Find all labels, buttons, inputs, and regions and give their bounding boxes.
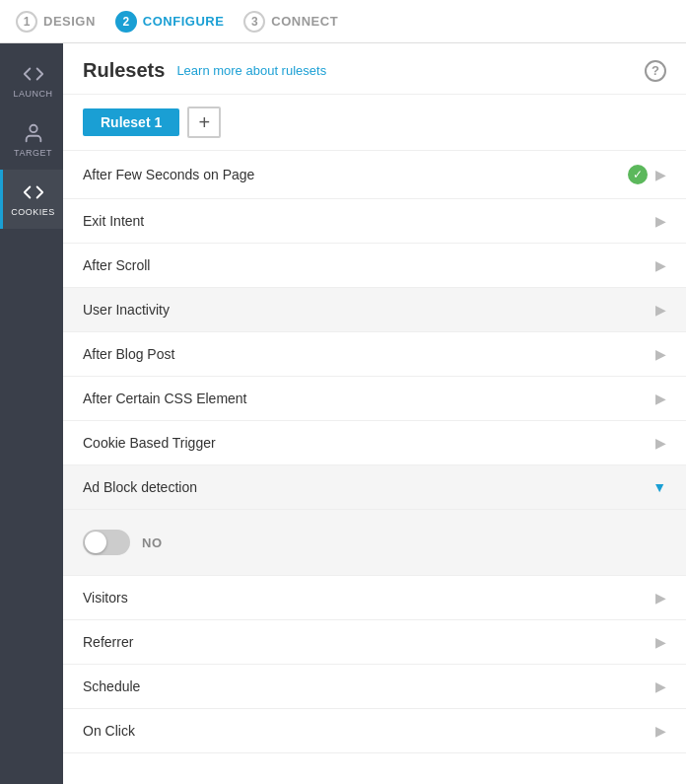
rule-row-ad-block[interactable]: Ad Block detection ▼ <box>63 465 686 510</box>
toggle-label: NO <box>142 535 163 550</box>
step-num-configure: 2 <box>115 11 137 33</box>
step-label-configure: CONFIGURE <box>143 14 225 29</box>
rule-row-cookie-based[interactable]: Cookie Based Trigger ▶ <box>63 421 686 465</box>
page-title: Rulesets <box>83 59 165 82</box>
help-icon[interactable]: ? <box>645 60 666 82</box>
chevron-right-on-click: ▶ <box>655 723 666 739</box>
chevron-right-visitors: ▶ <box>655 590 666 606</box>
rule-label-referrer: Referrer <box>83 634 133 650</box>
chevron-right-after-blog-post: ▶ <box>655 346 666 362</box>
rule-label-exit-intent: Exit Intent <box>83 213 144 229</box>
rule-right-after-blog-post: ▶ <box>655 346 666 362</box>
rule-right-after-few-seconds: ✓ ▶ <box>628 165 666 184</box>
rule-right-on-click: ▶ <box>655 723 666 739</box>
rule-row-after-scroll[interactable]: After Scroll ▶ <box>63 244 686 288</box>
rule-right-user-inactivity: ▶ <box>655 302 666 318</box>
rule-right-after-scroll: ▶ <box>655 257 666 273</box>
top-nav: 1 DESIGN 2 CONFIGURE 3 CONNECT <box>0 0 686 43</box>
svg-point-0 <box>30 125 36 132</box>
step-num-design: 1 <box>16 11 37 33</box>
learn-more-link[interactable]: Learn more about rulesets <box>176 63 326 78</box>
rule-label-after-css-element: After Certain CSS Element <box>83 391 247 406</box>
rule-row-user-inactivity[interactable]: User Inactivity ▶ <box>63 288 686 332</box>
step-num-connect: 3 <box>243 11 265 33</box>
nav-step-configure[interactable]: 2 CONFIGURE <box>115 11 225 33</box>
rule-row-after-few-seconds[interactable]: After Few Seconds on Page ✓ ▶ <box>63 151 686 199</box>
chevron-right-schedule: ▶ <box>655 678 666 694</box>
main-layout: LAUNCH TARGET COOKIES Rulesets Learn mor… <box>0 43 686 784</box>
rule-row-visitors[interactable]: Visitors ▶ <box>63 576 686 620</box>
rule-right-referrer: ▶ <box>655 634 666 650</box>
step-label-design: DESIGN <box>43 14 96 29</box>
rule-row-after-blog-post[interactable]: After Blog Post ▶ <box>63 332 686 377</box>
chevron-right-referrer: ▶ <box>655 634 666 650</box>
rule-label-after-scroll: After Scroll <box>83 257 150 273</box>
rule-label-after-blog-post: After Blog Post <box>83 346 174 362</box>
user-icon-target <box>23 122 44 144</box>
rule-row-schedule[interactable]: Schedule ▶ <box>63 665 686 709</box>
rule-label-schedule: Schedule <box>83 678 140 694</box>
rule-row-referrer[interactable]: Referrer ▶ <box>63 620 686 665</box>
sidebar-label-launch: LAUNCH <box>13 89 52 99</box>
chevron-right-after-few-seconds: ▶ <box>655 167 666 182</box>
sidebar-item-cookies[interactable]: COOKIES <box>0 170 63 229</box>
ruleset-1-button[interactable]: Ruleset 1 <box>83 108 179 136</box>
chevron-down-ad-block: ▼ <box>652 479 666 495</box>
sidebar-item-target[interactable]: TARGET <box>0 110 63 170</box>
sidebar-label-target: TARGET <box>14 148 52 158</box>
content-header: Rulesets Learn more about rulesets ? <box>63 43 686 95</box>
content-area: Rulesets Learn more about rulesets ? Rul… <box>63 43 686 784</box>
rule-right-schedule: ▶ <box>655 678 666 694</box>
rule-label-after-few-seconds: After Few Seconds on Page <box>83 167 254 182</box>
chevron-right-after-scroll: ▶ <box>655 257 666 273</box>
rule-row-after-css-element[interactable]: After Certain CSS Element ▶ <box>63 377 686 421</box>
content-header-left: Rulesets Learn more about rulesets <box>83 59 326 82</box>
step-label-connect: CONNECT <box>271 14 338 29</box>
toggle-area: NO <box>63 510 686 576</box>
chevron-right-user-inactivity: ▶ <box>655 302 666 318</box>
add-ruleset-button[interactable]: + <box>187 107 221 138</box>
rule-right-exit-intent: ▶ <box>655 213 666 229</box>
code-icon-cookies <box>23 181 44 203</box>
rule-label-user-inactivity: User Inactivity <box>83 302 170 318</box>
rulesets-bar: Ruleset 1 + <box>63 95 686 151</box>
rule-label-ad-block: Ad Block detection <box>83 479 197 495</box>
rule-right-after-css-element: ▶ <box>655 391 666 406</box>
rule-label-visitors: Visitors <box>83 590 128 606</box>
code-icon-launch <box>23 63 44 85</box>
nav-step-design[interactable]: 1 DESIGN <box>16 11 96 33</box>
check-icon-after-few-seconds: ✓ <box>628 165 648 184</box>
rule-right-visitors: ▶ <box>655 590 666 606</box>
nav-step-connect[interactable]: 3 CONNECT <box>243 11 338 33</box>
sidebar: LAUNCH TARGET COOKIES <box>0 43 63 784</box>
rule-right-cookie-based: ▶ <box>655 435 666 451</box>
rule-label-on-click: On Click <box>83 723 135 739</box>
rule-label-cookie-based: Cookie Based Trigger <box>83 435 216 451</box>
chevron-right-after-css-element: ▶ <box>655 391 666 406</box>
sidebar-label-cookies: COOKIES <box>11 207 55 217</box>
chevron-right-cookie-based: ▶ <box>655 435 666 451</box>
chevron-right-exit-intent: ▶ <box>655 213 666 229</box>
rule-right-ad-block: ▼ <box>652 479 666 495</box>
rule-row-exit-intent[interactable]: Exit Intent ▶ <box>63 199 686 244</box>
sidebar-item-launch[interactable]: LAUNCH <box>0 51 63 110</box>
rule-row-on-click[interactable]: On Click ▶ <box>63 709 686 753</box>
toggle-switch[interactable] <box>83 530 130 555</box>
